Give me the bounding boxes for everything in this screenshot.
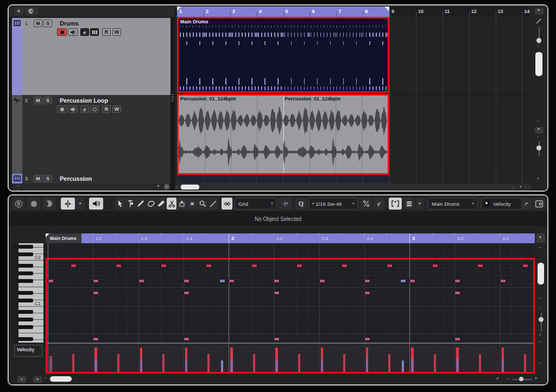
piano-black-key[interactable]	[18, 245, 33, 249]
midi-note-perc-dsharp1[interactable]	[184, 291, 189, 295]
scroll-right-arrow[interactable]: ›	[511, 185, 513, 189]
hscroll-thumb[interactable]	[50, 376, 72, 382]
midi-note-snare-fsharp1[interactable]	[229, 279, 235, 283]
velocity-stem[interactable]	[321, 347, 324, 359]
solo-button[interactable]: S	[43, 97, 52, 104]
piano-black-key[interactable]	[18, 325, 33, 329]
vscroll-thumb[interactable]	[535, 52, 542, 76]
midi-note-snare-fsharp1[interactable]	[184, 279, 189, 283]
read-automation-button[interactable]: R	[102, 105, 111, 113]
velocity-stem[interactable]	[402, 361, 404, 374]
velocity-lane[interactable]	[46, 343, 535, 374]
velocity-stem[interactable]	[140, 347, 143, 359]
velocity-stem[interactable]	[479, 354, 481, 374]
velocity-stem[interactable]	[502, 359, 504, 374]
timeline-hscrollbar[interactable]: ‹›▼-+	[175, 184, 530, 191]
quantize-q-button[interactable]: Q	[295, 198, 307, 210]
midi-note-snare-fsharp1[interactable]	[364, 279, 370, 283]
add-track-button[interactable]: +	[14, 7, 23, 15]
midi-note-hihat-asharp1[interactable]	[251, 264, 257, 268]
vscroll-up-arrow[interactable]: ⌃	[536, 46, 540, 50]
object-selection-tool[interactable]	[115, 198, 125, 210]
hzoom-out[interactable]: -	[507, 375, 509, 381]
piano-black-key[interactable]	[18, 337, 33, 341]
part-list-button[interactable]	[404, 198, 415, 210]
glue-tool[interactable]	[177, 198, 187, 210]
velocity-label-box[interactable]: Velocity	[14, 345, 42, 357]
midi-note-hihat-asharp1[interactable]	[296, 264, 302, 268]
midi-note-snare-fsharp1[interactable]	[500, 279, 506, 283]
piano-black-key[interactable]	[18, 271, 33, 275]
piano-black-key[interactable]	[18, 252, 33, 256]
chevron-down-icon[interactable]: ▼	[156, 184, 160, 188]
midi-note-kick-dsharp0[interactable]	[454, 337, 460, 341]
grid-relative-button[interactable]: -|+	[279, 198, 292, 210]
velocity-stem[interactable]	[94, 359, 97, 374]
mute-button[interactable]: M	[34, 97, 42, 104]
piano-black-key[interactable]	[18, 264, 33, 268]
acoustic-feedback-button[interactable]	[42, 198, 55, 210]
midi-note-ghost[interactable]	[219, 279, 225, 283]
midi-note-snare-fsharp1[interactable]	[409, 279, 415, 283]
velocity-stem[interactable]	[502, 347, 504, 359]
solo-button[interactable]: S	[43, 20, 52, 27]
open-arrow[interactable]: ↗	[495, 376, 500, 381]
monitor-button[interactable]	[68, 105, 78, 113]
velocity-stem[interactable]	[230, 347, 233, 359]
piano-keyboard[interactable]: C2C1	[12, 243, 46, 343]
record-arm-button[interactable]	[57, 28, 67, 36]
velocity-stem[interactable]	[117, 354, 119, 374]
setup-window-button[interactable]	[533, 198, 545, 210]
vel-scroll-up[interactable]: ⌃	[539, 341, 542, 345]
part-name-tab[interactable]: Main Drums	[46, 233, 81, 243]
velocity-stem[interactable]	[434, 354, 436, 374]
velocity-stem[interactable]	[140, 359, 143, 374]
trim-tool[interactable]	[156, 198, 166, 210]
midi-note-hihat-asharp1[interactable]	[342, 264, 348, 268]
vscroll-down[interactable]: ⌄	[539, 295, 542, 300]
midi-note-hihat-asharp1[interactable]	[432, 264, 438, 268]
midi-note-perc-dsharp1[interactable]	[93, 291, 99, 295]
track-header-percussion[interactable]: 3 M S Percussion	[12, 174, 170, 184]
edit-channel-button[interactable]: e	[80, 105, 89, 113]
track-preset-button[interactable]	[25, 7, 38, 15]
snap-button[interactable]	[222, 198, 232, 210]
velocity-stem[interactable]	[185, 347, 188, 359]
quantize-preset-dropdown[interactable]: * 1/16 Sw-49▼	[308, 198, 358, 210]
controller-lane-dropdown-button[interactable]: ▼	[33, 376, 42, 383]
midi-note-hihat-asharp1[interactable]	[71, 264, 77, 268]
write-automation-button[interactable]: W	[112, 28, 121, 36]
record-arm-button[interactable]	[57, 105, 67, 113]
autoscroll-dropdown[interactable]: ▼	[76, 198, 84, 210]
midi-note-ghost[interactable]	[400, 279, 406, 283]
piano-black-key[interactable]	[18, 318, 33, 321]
midi-note-hihat-asharp1[interactable]	[477, 264, 483, 268]
editor-record-button[interactable]	[27, 198, 40, 210]
minimize-handle[interactable]: -	[17, 182, 19, 188]
solo-button[interactable]: S	[43, 175, 52, 182]
hscroll-thumb[interactable]	[181, 185, 199, 189]
velocity-stem[interactable]	[321, 359, 324, 374]
note-display-grid[interactable]	[46, 243, 535, 343]
midi-note-kick-dsharp0[interactable]	[93, 337, 99, 341]
write-automation-button[interactable]: W	[112, 105, 121, 113]
midi-note-perc-dsharp1[interactable]	[454, 291, 460, 295]
velocity-stem[interactable]	[207, 354, 210, 374]
midi-note-snare-fsharp1[interactable]	[274, 279, 280, 283]
velocity-stem[interactable]	[221, 361, 223, 374]
vscroll-thumb[interactable]	[538, 263, 544, 284]
zoom-out-button[interactable]: -	[525, 184, 526, 189]
grid-mode-dropdown[interactable]: Grid▼	[235, 198, 277, 210]
vscroll-up[interactable]: ⌃	[539, 246, 542, 251]
velocity-stem[interactable]	[230, 359, 233, 374]
velocity-stem[interactable]	[456, 347, 459, 359]
track-header-drums[interactable]: 1 M S Drums e R W	[12, 18, 170, 95]
vzoom-thumb[interactable]	[539, 317, 544, 322]
velocity-stem[interactable]	[366, 347, 369, 359]
midi-note-perc-dsharp1[interactable]	[364, 291, 370, 295]
midi-note-kick-dsharp0[interactable]	[274, 337, 280, 341]
part-list-dropdown[interactable]: ▼	[416, 198, 424, 210]
velocity-stem[interactable]	[49, 359, 52, 374]
instrument-editor-button[interactable]	[90, 28, 99, 36]
midi-note-snare-fsharp1[interactable]	[48, 279, 54, 283]
